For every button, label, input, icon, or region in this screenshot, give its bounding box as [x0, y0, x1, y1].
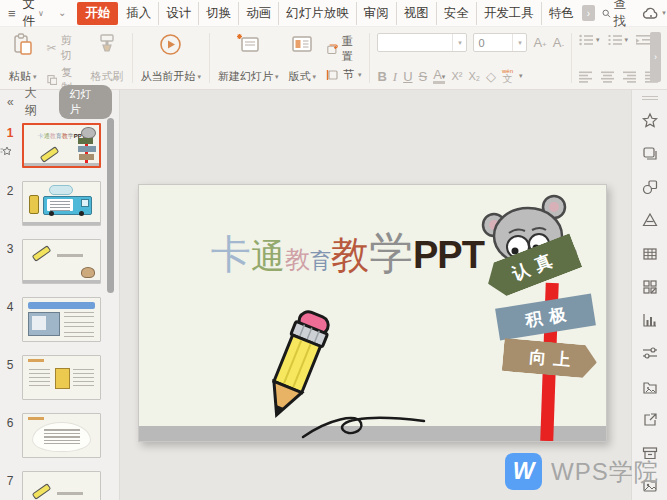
- new-slide-icon: [236, 33, 260, 55]
- bullet-list-icon: [579, 34, 594, 46]
- tab-home[interactable]: 开始: [77, 2, 118, 25]
- bold-button[interactable]: B: [377, 70, 386, 83]
- search-button[interactable]: 查找: [602, 0, 631, 30]
- layout-button[interactable]: 版式▾: [283, 28, 321, 88]
- ribbon-tabs: 开始 插入 设计 切换 动画 幻灯片放映 审阅 视图 安全 开发工具 特色 ›: [77, 2, 595, 25]
- paste-icon: [12, 33, 34, 56]
- chevron-down-icon: ▾: [596, 36, 600, 44]
- panel-scrollbar[interactable]: [107, 118, 114, 293]
- tab-slideshow[interactable]: 幻灯片放映: [278, 2, 356, 25]
- table-button[interactable]: [632, 237, 667, 270]
- tab-slides[interactable]: 幻灯片: [59, 85, 112, 119]
- new-slide-button[interactable]: 新建幻灯片▾: [213, 28, 284, 88]
- tab-security[interactable]: 安全: [436, 2, 476, 25]
- file-menu-button[interactable]: 文件 ∨: [23, 0, 44, 30]
- animation-pane-button[interactable]: [632, 104, 667, 137]
- search-label: 查找: [614, 0, 631, 30]
- align-left-button[interactable]: [579, 71, 593, 83]
- smartart-button[interactable]: [632, 204, 667, 237]
- workspace: « 大纲 幻灯片 1 卡 通 教 育: [0, 90, 667, 500]
- clear-format-button[interactable]: ◇: [486, 70, 496, 83]
- bullets-button[interactable]: ▾: [579, 34, 600, 46]
- panel-tabs: « 大纲 幻灯片: [0, 90, 119, 114]
- tab-transition[interactable]: 切换: [198, 2, 238, 25]
- cloud-sync-button[interactable]: ▾: [642, 7, 666, 20]
- increase-font-button[interactable]: A+: [533, 36, 546, 49]
- slide-thumbnail-4[interactable]: 4: [0, 297, 119, 342]
- chevron-down-icon: ▾: [358, 71, 362, 79]
- play-from-current-button[interactable]: 从当前开始▾: [136, 28, 207, 88]
- section-button[interactable]: 节 ▾: [323, 66, 365, 83]
- shapes-button[interactable]: [632, 170, 667, 203]
- adjust-button[interactable]: [632, 337, 667, 370]
- sign-upward: 向上: [502, 338, 599, 379]
- table-icon: [641, 245, 659, 263]
- font-color-button[interactable]: A▾: [433, 68, 445, 84]
- tab-design[interactable]: 设计: [158, 2, 198, 25]
- tab-devtools[interactable]: 开发工具: [476, 2, 541, 25]
- slide-thumbnail-3[interactable]: 3: [0, 239, 119, 284]
- selection-slides-button[interactable]: [632, 137, 667, 170]
- current-slide[interactable]: 卡 通 教 育 教 学 PPT: [138, 184, 607, 442]
- slide-thumbnail-2[interactable]: 2: [0, 181, 119, 226]
- scissors-icon: ✂: [47, 42, 57, 54]
- chevron-down-icon: ▾: [33, 73, 37, 81]
- tab-review[interactable]: 审阅: [356, 2, 396, 25]
- resource-box-button[interactable]: [632, 437, 667, 470]
- cut-button[interactable]: ✂ 剪切: [44, 32, 84, 64]
- reset-button[interactable]: 重置: [323, 33, 365, 65]
- sidebar-handle[interactable]: [642, 96, 658, 100]
- more-tabs-button[interactable]: ›: [582, 5, 595, 21]
- tab-insert[interactable]: 插入: [119, 2, 158, 25]
- app-grid-button[interactable]: [632, 270, 667, 303]
- slide-preview: [22, 471, 101, 500]
- tab-special[interactable]: 特色: [541, 2, 581, 25]
- decrease-font-button[interactable]: A-: [553, 36, 564, 49]
- indent-button[interactable]: [636, 34, 651, 46]
- align-center-button[interactable]: [601, 71, 615, 83]
- underline-button[interactable]: U: [403, 70, 412, 83]
- slide-panel: « 大纲 幻灯片 1 卡 通 教 育: [0, 90, 120, 500]
- paste-button[interactable]: 粘贴▾: [4, 28, 42, 88]
- align-right-button[interactable]: [623, 71, 637, 83]
- chevron-down-icon: ▾: [442, 73, 446, 80]
- ribbon-expand-button[interactable]: ›: [650, 32, 661, 82]
- subscript-button[interactable]: X₂: [468, 71, 480, 82]
- chart-button[interactable]: [632, 304, 667, 337]
- font-size-combobox[interactable]: 0 ▾: [473, 33, 527, 52]
- format-painter-button[interactable]: 格式刷: [86, 28, 129, 88]
- paste-label: 粘贴: [9, 69, 31, 84]
- slide-number: 3: [0, 239, 20, 284]
- collapse-panel-button[interactable]: «: [7, 95, 14, 109]
- section-icon: [326, 69, 339, 81]
- export-icon: [641, 411, 659, 429]
- reset-icon: [326, 43, 338, 55]
- picture-button[interactable]: [632, 470, 667, 500]
- slide-thumbnail-1[interactable]: 1 卡 通 教 育 教 学 PPT: [0, 123, 119, 168]
- slide-thumbnail-6[interactable]: 6: [0, 413, 119, 458]
- tab-view[interactable]: 视图: [396, 2, 436, 25]
- strikethrough-button[interactable]: S: [419, 70, 428, 83]
- italic-button[interactable]: I: [393, 70, 397, 83]
- tab-animation[interactable]: 动画: [238, 2, 278, 25]
- format-painter-icon: [97, 33, 117, 54]
- divider: [132, 33, 133, 83]
- export-button[interactable]: [632, 403, 667, 436]
- numbering-button[interactable]: ▾: [608, 34, 629, 46]
- tab-outline[interactable]: 大纲: [25, 85, 49, 119]
- divider: [209, 33, 210, 83]
- slide-thumbnail-7[interactable]: 7: [0, 471, 119, 500]
- slide-thumbnail-5[interactable]: 5: [0, 355, 119, 400]
- shapes-icon: [641, 178, 659, 196]
- font-name-combobox[interactable]: ▾: [377, 33, 467, 52]
- slide-canvas[interactable]: 卡 通 教 育 教 学 PPT: [120, 90, 631, 500]
- chevron-down-icon: ▾: [512, 34, 526, 51]
- hamburger-icon[interactable]: ≡: [8, 7, 16, 20]
- play-label: 从当前开始: [141, 69, 196, 84]
- quick-access-chevron-icon[interactable]: ⌄: [58, 8, 66, 18]
- chevron-down-icon: ▾: [312, 73, 316, 81]
- image-library-button[interactable]: [632, 370, 667, 403]
- superscript-button[interactable]: X²: [451, 71, 462, 82]
- phonetic-guide-button[interactable]: wén 文: [502, 68, 513, 84]
- clipboard-small-buttons: ✂ 剪切 复制: [42, 28, 86, 88]
